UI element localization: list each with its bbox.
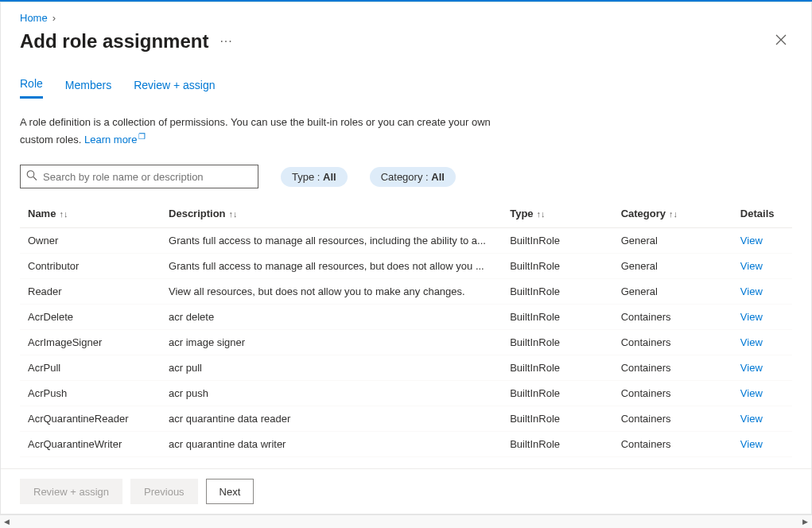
table-row[interactable]: AcrDeleteacr deleteBuiltInRoleContainers… xyxy=(20,305,792,330)
cell-type: BuiltInRole xyxy=(502,432,612,457)
cell-description: acr quarantine data reader xyxy=(161,406,502,432)
cell-type: BuiltInRole xyxy=(502,406,612,432)
cell-category: Containers xyxy=(613,305,732,330)
view-link[interactable]: View xyxy=(740,362,763,374)
cell-type: BuiltInRole xyxy=(502,355,612,381)
cell-type: BuiltInRole xyxy=(502,330,612,355)
cell-description: acr push xyxy=(161,381,502,406)
sort-icon: ↑↓ xyxy=(669,209,678,219)
tab-members[interactable]: Members xyxy=(65,77,111,99)
next-button[interactable]: Next xyxy=(206,479,254,504)
filter-row: Type : All Category : All xyxy=(20,165,792,188)
col-header-category[interactable]: Category↑↓ xyxy=(613,201,732,228)
view-link[interactable]: View xyxy=(740,413,763,425)
sort-icon: ↑↓ xyxy=(229,209,238,219)
header-row: Add role assignment ··· xyxy=(1,24,811,61)
cell-name: AcrQuarantineWriter xyxy=(20,432,161,457)
col-header-name[interactable]: Name↑↓ xyxy=(20,201,161,228)
view-link[interactable]: View xyxy=(740,438,763,450)
cell-category: General xyxy=(613,228,732,254)
sort-icon: ↑↓ xyxy=(537,209,546,219)
search-icon xyxy=(26,170,37,184)
footer-actions: Review + assign Previous Next xyxy=(1,468,811,514)
table-row[interactable]: AcrPushacr pushBuiltInRoleContainersView xyxy=(20,381,792,406)
cell-type: BuiltInRole xyxy=(502,279,612,305)
view-link[interactable]: View xyxy=(740,260,763,272)
col-header-details: Details xyxy=(732,201,792,228)
role-description-text: A role definition is a collection of per… xyxy=(20,115,497,147)
cell-description: Grants full access to manage all resourc… xyxy=(161,228,502,254)
cell-type: BuiltInRole xyxy=(502,381,612,406)
breadcrumb-home-link[interactable]: Home xyxy=(20,12,48,24)
cell-description: acr delete xyxy=(161,305,502,330)
cell-type: BuiltInRole xyxy=(502,305,612,330)
cell-name: Owner xyxy=(20,228,161,254)
cell-category: Containers xyxy=(613,330,732,355)
cell-name: AcrImageSigner xyxy=(20,330,161,355)
search-input[interactable] xyxy=(20,165,258,188)
filter-type-pill[interactable]: Type : All xyxy=(281,167,348,187)
table-row[interactable]: OwnerGrants full access to manage all re… xyxy=(20,228,792,254)
cell-name: AcrPush xyxy=(20,381,161,406)
add-role-assignment-panel: Home › Add role assignment ··· RoleMembe… xyxy=(1,2,811,514)
scroll-right-arrow-icon[interactable]: ▶ xyxy=(798,515,812,529)
view-link[interactable]: View xyxy=(740,336,763,348)
cell-type: BuiltInRole xyxy=(502,254,612,279)
cell-category: Containers xyxy=(613,381,732,406)
svg-point-0 xyxy=(27,171,34,178)
cell-name: AcrPull xyxy=(20,355,161,381)
cell-type: BuiltInRole xyxy=(502,228,612,254)
view-link[interactable]: View xyxy=(740,285,763,297)
tab-role[interactable]: Role xyxy=(20,77,43,99)
cell-category: Containers xyxy=(613,406,732,432)
tab-review-assign[interactable]: Review + assign xyxy=(134,77,215,99)
roles-table: Name↑↓ Description↑↓ Type↑↓ Category↑↓ D… xyxy=(20,201,792,457)
view-link[interactable]: View xyxy=(740,235,763,247)
scroll-left-arrow-icon[interactable]: ◀ xyxy=(0,515,14,529)
table-row[interactable]: AcrPullacr pullBuiltInRoleContainersView xyxy=(20,355,792,381)
learn-more-link[interactable]: Learn more❐ xyxy=(84,134,146,146)
chevron-right-icon: › xyxy=(52,12,56,24)
cell-name: Reader xyxy=(20,279,161,305)
external-link-icon: ❐ xyxy=(138,130,146,142)
review-assign-button: Review + assign xyxy=(20,479,122,504)
table-row[interactable]: ReaderView all resources, but does not a… xyxy=(20,279,792,305)
cell-category: Containers xyxy=(613,432,732,457)
table-row[interactable]: AcrImageSigneracr image signerBuiltInRol… xyxy=(20,330,792,355)
view-link[interactable]: View xyxy=(740,311,763,323)
table-row[interactable]: AcrQuarantineReaderacr quarantine data r… xyxy=(20,406,792,432)
cell-name: Contributor xyxy=(20,254,161,279)
horizontal-scrollbar[interactable]: ◀ ▶ xyxy=(0,514,812,528)
more-actions-icon[interactable]: ··· xyxy=(220,34,232,49)
cell-category: General xyxy=(613,279,732,305)
cell-description: Grants full access to manage all resourc… xyxy=(161,254,502,279)
cell-category: General xyxy=(613,254,732,279)
panel-body: RoleMembersReview + assign A role defini… xyxy=(1,61,811,468)
tab-strip: RoleMembersReview + assign xyxy=(20,77,792,99)
close-button[interactable] xyxy=(770,29,792,53)
cell-description: acr pull xyxy=(161,355,502,381)
table-row[interactable]: AcrQuarantineWriteracr quarantine data w… xyxy=(20,432,792,457)
cell-category: Containers xyxy=(613,355,732,381)
table-header: Name↑↓ Description↑↓ Type↑↓ Category↑↓ D… xyxy=(20,201,792,228)
close-icon xyxy=(775,33,787,46)
cell-description: acr quarantine data writer xyxy=(161,432,502,457)
table-row[interactable]: ContributorGrants full access to manage … xyxy=(20,254,792,279)
filter-category-pill[interactable]: Category : All xyxy=(370,167,456,187)
sort-icon: ↑↓ xyxy=(59,209,68,219)
breadcrumb: Home › xyxy=(1,2,811,24)
col-header-type[interactable]: Type↑↓ xyxy=(502,201,612,228)
col-header-description[interactable]: Description↑↓ xyxy=(161,201,502,228)
view-link[interactable]: View xyxy=(740,387,763,399)
search-box xyxy=(20,165,258,188)
cell-name: AcrDelete xyxy=(20,305,161,330)
page-title: Add role assignment xyxy=(20,30,208,52)
cell-description: View all resources, but does not allow y… xyxy=(161,279,502,305)
cell-description: acr image signer xyxy=(161,330,502,355)
previous-button: Previous xyxy=(130,479,198,504)
cell-name: AcrQuarantineReader xyxy=(20,406,161,432)
